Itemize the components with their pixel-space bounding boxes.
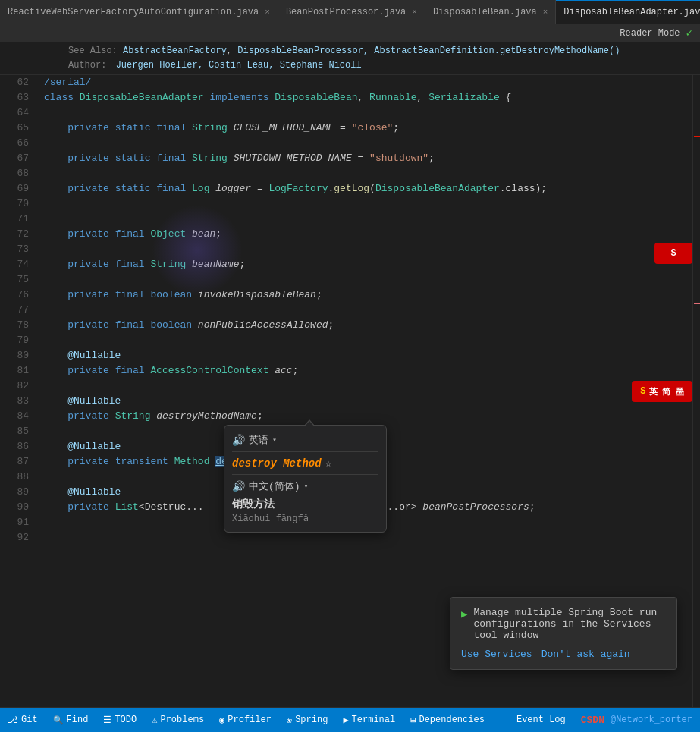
- author-label: Author:: [68, 60, 106, 71]
- s-icon-bottom-s: S: [640, 386, 645, 397]
- bottom-git[interactable]: ⎇ Git: [0, 708, 46, 732]
- bottom-eventlog[interactable]: Event Log: [509, 708, 573, 732]
- play-icon: ▶: [461, 608, 467, 620]
- bottom-bar: ⎇ Git 🔍 Find ☰ TODO ⚠ Problems ◉ Profile…: [0, 708, 700, 732]
- find-icon: 🔍: [53, 715, 64, 725]
- s-icon-top-label: S: [670, 248, 676, 259]
- bottom-right: Event Log CSDN @Network_porter: [509, 708, 700, 732]
- tab-disposablebean-close[interactable]: ×: [543, 8, 548, 17]
- code-line-92: [44, 530, 692, 545]
- tooltip-en-row[interactable]: 🔊 英语 ▾: [232, 433, 378, 447]
- code-line-70: [44, 196, 692, 212]
- tab-beanpost-close[interactable]: ×: [412, 8, 417, 17]
- dependencies-icon: ⊞: [410, 715, 416, 726]
- author-line: Author: Juergen Hoeller, Costin Leau, St…: [68, 58, 692, 73]
- tooltip-chinese: 销毁方法: [232, 498, 378, 511]
- code-line-64: [44, 105, 692, 121]
- tab-beanpost[interactable]: BeanPostProcessor.java ×: [278, 0, 425, 24]
- reader-mode-check: ✓: [686, 27, 692, 39]
- code-line-68: [44, 166, 692, 181]
- profiler-label: Profiler: [228, 715, 272, 725]
- tooltip-main-word: destroy Method: [232, 457, 322, 470]
- speaker-zh-icon[interactable]: 🔊: [232, 480, 245, 493]
- git-icon: ⎇: [8, 715, 18, 726]
- dependencies-label: Dependencies: [419, 715, 484, 725]
- reader-mode-label[interactable]: Reader Mode: [620, 28, 680, 39]
- tab-reactive[interactable]: ReactiveWebServerFactoryAutoConfiguratio…: [0, 0, 278, 24]
- code-line-84: private String destroyMethodName;: [44, 409, 692, 424]
- code-line-77: [44, 303, 692, 318]
- problems-label: Problems: [160, 715, 204, 725]
- service-popup: ▶ Manage multiple Spring Boot run config…: [450, 597, 677, 670]
- code-line-81: private final AccessControlContext acc;: [44, 363, 692, 379]
- terminal-label: Terminal: [352, 715, 396, 725]
- scroll-marker-1: [694, 136, 700, 137]
- see-also-label: See Also:: [68, 46, 123, 56]
- bottom-problems[interactable]: ⚠ Problems: [144, 708, 212, 732]
- bottom-todo[interactable]: ☰ TODO: [96, 708, 144, 732]
- tab-disposablebean[interactable]: DisposableBean.java ×: [425, 0, 556, 24]
- code-line-69: private static final Log logger = LogFac…: [44, 181, 692, 196]
- tooltip-pinyin: Xiāohuǐ fāngfǎ: [232, 513, 378, 524]
- file-info-bar: See Also: AbstractBeanFactory, Disposabl…: [0, 42, 700, 75]
- code-line-82: [44, 379, 692, 394]
- tab-bar: ReactiveWebServerFactoryAutoConfiguratio…: [0, 0, 700, 24]
- tooltip-main-row: destroy Method ☆: [232, 457, 378, 470]
- code-line-65: private static final String CLOSE_METHOD…: [44, 121, 692, 136]
- dont-ask-link[interactable]: Don't ask again: [541, 649, 630, 660]
- tooltip-en-dropdown[interactable]: ▾: [272, 435, 277, 445]
- code-line-76: private final boolean invokeDisposableBe…: [44, 287, 692, 303]
- tab-beanpost-label: BeanPostProcessor.java: [286, 7, 406, 17]
- see-also-link3[interactable]: AbstractBeanDefinition.getDestroyMethodN…: [374, 46, 620, 56]
- bottom-profiler[interactable]: ◉ Profiler: [212, 708, 279, 732]
- code-line-80: @Nullable: [44, 348, 692, 363]
- tooltip-divider1: [232, 451, 378, 452]
- tooltip-arrow-inner: [305, 421, 314, 426]
- find-label: Find: [67, 715, 89, 725]
- see-also-link2[interactable]: DisposableBeanProcessor,: [237, 46, 369, 56]
- use-services-link[interactable]: Use Services: [461, 649, 532, 660]
- username-label: @Network_porter: [611, 715, 692, 725]
- service-popup-title: ▶ Manage multiple Spring Boot run config…: [461, 607, 666, 641]
- bottom-dependencies[interactable]: ⊞ Dependencies: [403, 708, 492, 732]
- tooltip-popup: 🔊 英语 ▾ destroy Method ☆ 🔊 中文(简体) ▾ 销毁方法 …: [224, 425, 387, 533]
- see-also-line: See Also: AbstractBeanFactory, Disposabl…: [68, 44, 692, 58]
- tab-reactive-close[interactable]: ×: [265, 8, 270, 17]
- code-line-63: class DisposableBeanAdapter implements D…: [44, 90, 692, 105]
- s-icon-bottom[interactable]: S 英 简 墨: [632, 381, 692, 402]
- s-icon-bottom-text: 英 简 墨: [649, 386, 684, 397]
- code-line-73: [44, 242, 692, 257]
- scroll-marker-2: [694, 303, 700, 304]
- tooltip-en-label: 英语: [249, 433, 268, 447]
- tooltip-zh-row[interactable]: 🔊 中文(简体) ▾: [232, 479, 378, 493]
- tab-reactive-label: ReactiveWebServerFactoryAutoConfiguratio…: [8, 7, 259, 17]
- authors-text: Juergen Hoeller, Costin Leau, Stephane N…: [116, 60, 362, 71]
- line-numbers: 62 63 64 65 66 67 68 69 70 71 72 73 74 7…: [0, 75, 38, 707]
- bottom-terminal[interactable]: ▶ Terminal: [335, 708, 403, 732]
- code-line-79: [44, 333, 692, 348]
- tab-active-label: DisposableBeanAdapter.java: [563, 7, 700, 17]
- terminal-icon: ▶: [343, 715, 348, 726]
- speaker-en-icon[interactable]: 🔊: [232, 434, 245, 447]
- bottom-spring[interactable]: ❀ Spring: [279, 708, 335, 732]
- bottom-find[interactable]: 🔍 Find: [46, 708, 96, 732]
- scroll-indicator[interactable]: [692, 75, 700, 707]
- csdn-label: CSDN: [581, 715, 604, 726]
- tab-disposablebeaadapter[interactable]: DisposableBeanAdapter.java ×: [556, 0, 700, 24]
- git-label: Git: [21, 715, 38, 725]
- code-line-67: private static final String SHUTDOWN_MET…: [44, 151, 692, 166]
- todo-label: TODO: [115, 715, 137, 725]
- service-popup-actions: Use Services Don't ask again: [461, 649, 666, 660]
- event-log-label: Event Log: [516, 715, 566, 725]
- code-line-78: private final boolean nonPublicAccessAll…: [44, 318, 692, 333]
- problems-icon: ⚠: [152, 715, 157, 726]
- tooltip-star[interactable]: ☆: [325, 457, 331, 470]
- tooltip-zh-dropdown[interactable]: ▾: [304, 482, 309, 491]
- spring-label: Spring: [295, 715, 328, 725]
- bottom-csdn[interactable]: CSDN @Network_porter: [573, 708, 700, 732]
- tooltip-zh-label: 中文(简体): [249, 479, 300, 493]
- s-icon-top[interactable]: S: [654, 243, 692, 264]
- see-also-link1[interactable]: AbstractBeanFactory: [123, 46, 227, 56]
- spring-icon: ❀: [287, 715, 292, 726]
- code-line-62: /serial/: [44, 75, 692, 90]
